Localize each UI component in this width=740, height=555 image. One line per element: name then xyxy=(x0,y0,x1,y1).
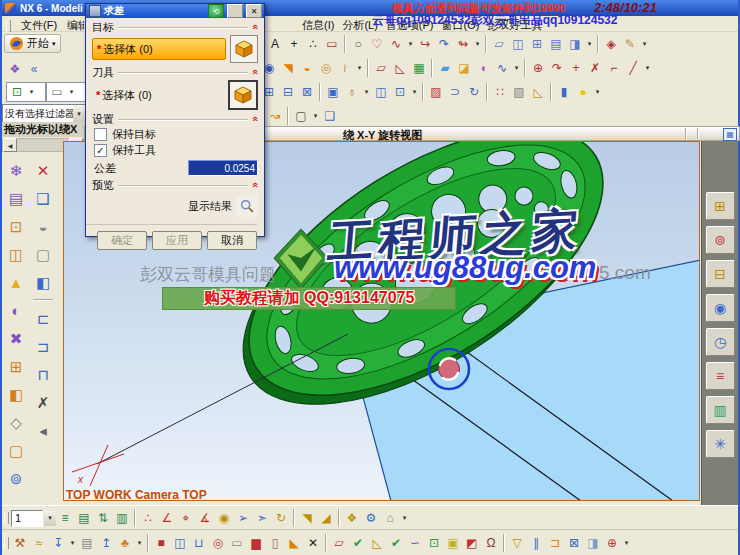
delete-face-icon[interactable]: ✕ xyxy=(304,533,322,553)
x-form-icon[interactable]: ⊕ xyxy=(603,533,621,553)
rectangle-select-icon[interactable]: ▢ xyxy=(292,106,310,126)
layer-category-icon[interactable]: ▥ xyxy=(113,508,131,528)
deform-a-icon[interactable]: ⊏ xyxy=(32,307,55,329)
render-style-combo[interactable]: ▭▾ xyxy=(46,82,86,102)
color-analysis-icon[interactable]: ▥ xyxy=(706,396,735,424)
datum-plane-icon[interactable]: ▱ xyxy=(372,58,390,78)
keep-target-row[interactable]: 保持目标 xyxy=(94,128,256,141)
project-curve-icon[interactable]: ↷ xyxy=(435,34,453,54)
select-arrow-b-icon[interactable]: ➣ xyxy=(253,508,271,528)
boss-pods-icon[interactable]: ◫ xyxy=(171,533,189,553)
extend-sheet-icon[interactable]: ◺ xyxy=(368,533,386,553)
show-result-button[interactable] xyxy=(236,195,258,217)
snap-point-mode-icon[interactable]: ⊡ xyxy=(8,82,26,102)
axis-x-icon[interactable]: ✗ xyxy=(32,391,55,413)
dialog-close-button[interactable]: ✕ xyxy=(246,4,262,18)
sphere-icon[interactable]: ● xyxy=(574,82,592,102)
pad-image-icon[interactable]: ▭ xyxy=(228,533,246,553)
more-dropdown-icon[interactable]: ▾ xyxy=(622,533,631,553)
dialog-title-bar[interactable]: 求差 ⟲ ✕ xyxy=(86,4,264,18)
start-button[interactable]: 开始 ▾ xyxy=(4,34,61,53)
refresh-view-icon[interactable]: ❄ xyxy=(5,159,28,181)
point-set-feature-icon[interactable]: ∷ xyxy=(491,82,509,102)
cylinder-icon[interactable]: ▮ xyxy=(555,82,573,102)
render-style-icon[interactable]: ▭ xyxy=(48,82,66,102)
archive-box-icon[interactable]: ▤ xyxy=(78,533,96,553)
point-icon[interactable]: + xyxy=(285,34,303,54)
chevron-down-icon[interactable]: ▾ xyxy=(44,511,56,526)
extract-sheet-icon[interactable]: ◨ xyxy=(566,34,584,54)
fit-view-icon[interactable]: ▤ xyxy=(5,187,28,209)
extrude-icon[interactable]: ◥ xyxy=(279,58,297,78)
snap-mode-combo[interactable]: ⊡▾ xyxy=(6,82,46,102)
through-curves-icon[interactable]: ◖ xyxy=(474,58,492,78)
restore-view-icon[interactable]: ▦ xyxy=(723,128,737,141)
collapse-chevron-icon[interactable]: « xyxy=(250,182,260,188)
four-point-surface-icon[interactable]: ▰ xyxy=(436,58,454,78)
untrim-icon[interactable]: ✔ xyxy=(349,533,367,553)
system-tools-icon[interactable]: ✳ xyxy=(706,430,735,458)
perspective-warning-icon[interactable]: ▲ xyxy=(5,271,28,293)
point-set-icon[interactable]: ∴ xyxy=(304,34,322,54)
sweep-swoosh-icon[interactable]: ↻ xyxy=(465,82,483,102)
sheet-check-icon[interactable]: ◨ xyxy=(584,533,602,553)
assembly-navigator-icon[interactable]: ⊞ xyxy=(706,192,735,220)
offset-in-face-icon[interactable]: ▱ xyxy=(490,34,508,54)
keep-target-checkbox[interactable] xyxy=(94,128,107,141)
shaded-display-icon[interactable]: ❑ xyxy=(321,106,339,126)
tree-dropdown-icon[interactable]: ▾ xyxy=(135,533,144,553)
raster-image-icon[interactable]: ▧ xyxy=(510,82,528,102)
sheet-pages-icon[interactable]: « xyxy=(25,59,43,79)
apply-button[interactable]: 应用 xyxy=(152,231,202,250)
datum-csys-icon[interactable]: ◺ xyxy=(391,58,409,78)
target-body-cube-button[interactable] xyxy=(230,35,258,63)
mesh-dropdown-icon[interactable]: ▾ xyxy=(512,58,521,78)
reuse-library-icon[interactable]: ◉ xyxy=(706,294,735,322)
select-dropdown-icon[interactable]: ▾ xyxy=(311,106,320,126)
subtract-icon[interactable]: ⊟ xyxy=(279,82,297,102)
dart-icon[interactable]: ◣ xyxy=(285,533,303,553)
dialog-minimize-button[interactable] xyxy=(227,4,243,18)
temp-dimension-icon[interactable]: ↧ xyxy=(49,533,67,553)
collapse-chevron-icon[interactable]: « xyxy=(250,116,260,122)
pan-view-icon[interactable]: ◫ xyxy=(5,243,28,265)
ok-button[interactable]: 确定 xyxy=(97,231,147,250)
block-icon[interactable]: ■ xyxy=(152,533,170,553)
hidden-edge-icon[interactable]: ◒ xyxy=(32,215,55,237)
visible-in-view-icon[interactable]: ⇅ xyxy=(94,508,112,528)
swap-cylinders-icon[interactable]: ∥ xyxy=(527,533,545,553)
ramp-icon[interactable]: ◺ xyxy=(529,82,547,102)
sew-icon[interactable]: ✔ xyxy=(387,533,405,553)
background-style-icon[interactable]: ▢ xyxy=(32,243,55,265)
angle-wedge-icon[interactable]: ◢ xyxy=(317,508,335,528)
mirror-body-icon[interactable]: ◫ xyxy=(372,82,390,102)
collapse-chevron-icon[interactable]: « xyxy=(250,69,260,75)
quick-pick-icon[interactable]: ◉ xyxy=(215,508,233,528)
dimension-dropdown-icon[interactable]: ▾ xyxy=(68,533,77,553)
trim-and-extend-icon[interactable]: ⊕ xyxy=(529,58,547,78)
trim-dropdown-icon[interactable]: ▾ xyxy=(643,58,652,78)
bead-icon[interactable]: ▯ xyxy=(266,533,284,553)
wcs-display-icon[interactable]: ▢ xyxy=(5,439,28,461)
surface-dropdown-icon[interactable]: ▾ xyxy=(640,34,649,54)
target-select-row[interactable]: * 选择体 (0) xyxy=(92,35,258,63)
sheet-dropdown-icon[interactable]: ▾ xyxy=(585,34,594,54)
spline-icon[interactable]: ∿ xyxy=(387,34,405,54)
join-sheet-icon[interactable]: ▤ xyxy=(547,34,565,54)
text-icon[interactable]: A xyxy=(266,34,284,54)
selection-filter-dropdown[interactable]: 没有选择过滤器 ▾ xyxy=(2,104,86,123)
vector-constructor-icon[interactable]: ∠ xyxy=(158,508,176,528)
divide-face-icon[interactable]: + xyxy=(567,58,585,78)
csys-constructor-icon[interactable]: ⌖ xyxy=(177,508,195,528)
trim-sheet-icon[interactable]: ▱ xyxy=(330,533,348,553)
factory-building-icon[interactable]: ⌂ xyxy=(381,508,399,528)
trimmed-sheet-icon[interactable]: ↷ xyxy=(548,58,566,78)
groove-icon[interactable]: ◎ xyxy=(209,533,227,553)
sheet-to-solid-icon[interactable]: ▨ xyxy=(427,82,445,102)
copy-dropdown-icon[interactable]: ▾ xyxy=(410,82,419,102)
fillet-icon[interactable]: ⌐ xyxy=(605,58,623,78)
revolve-icon[interactable]: ◒ xyxy=(298,58,316,78)
through-curve-mesh-icon[interactable]: ∿ xyxy=(493,58,511,78)
menu-information[interactable]: 信息(I) xyxy=(300,17,336,34)
linked-cubes-icon[interactable]: ⊠ xyxy=(565,533,583,553)
